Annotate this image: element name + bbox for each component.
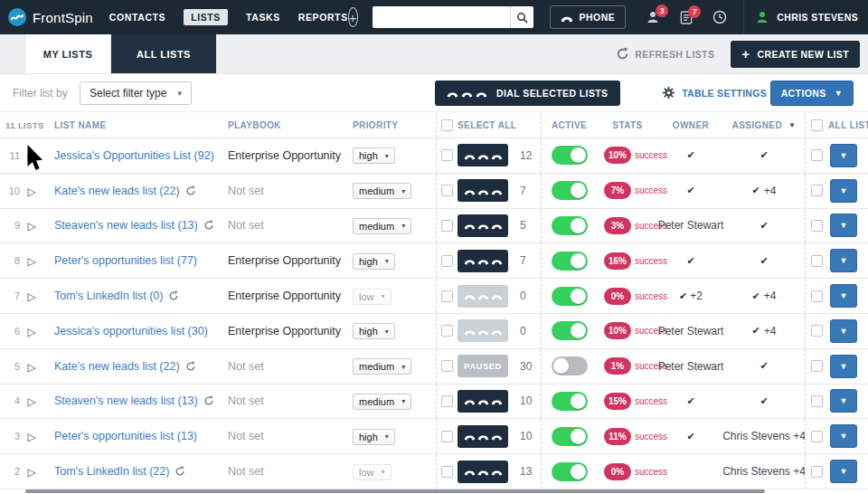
row-actions-button[interactable]: ▼	[830, 355, 857, 378]
list-name-link[interactable]: Steaven's new leads list (13)	[54, 394, 198, 407]
col-playbook[interactable]: PLAYBOOK	[228, 120, 351, 130]
list-name-link[interactable]: Kate's new leads list (22)	[54, 185, 180, 197]
dial-button[interactable]	[458, 285, 508, 308]
active-toggle[interactable]	[552, 287, 588, 306]
row-checkbox[interactable]	[441, 395, 453, 407]
nav-contacts[interactable]: CONTACTS	[109, 12, 165, 23]
col-assigned[interactable]: ASSIGNED ▼	[723, 120, 805, 130]
priority-select[interactable]: medium ▾	[353, 218, 411, 234]
row-checkbox[interactable]	[441, 431, 453, 442]
row-checkbox-right[interactable]	[811, 220, 823, 232]
priority-select[interactable]: low ▾	[353, 464, 392, 480]
select-all-checkbox[interactable]	[441, 119, 453, 131]
row-checkbox-right[interactable]	[811, 149, 823, 161]
row-expander[interactable]: ▷	[20, 147, 43, 164]
list-name-link[interactable]: Tom's LinkedIn list (0)	[54, 290, 163, 302]
row-checkbox[interactable]	[441, 325, 453, 337]
dial-button[interactable]	[458, 214, 508, 237]
add-button[interactable]: +	[348, 7, 358, 27]
create-new-list-button[interactable]: + CREATE NEW LIST	[731, 41, 860, 68]
list-name-link[interactable]: Peter's opportunities list (13)	[54, 430, 197, 442]
row-actions-button[interactable]: ▼	[830, 424, 857, 448]
dial-button[interactable]: PAUSED	[458, 355, 508, 377]
row-checkbox-right[interactable]	[811, 325, 823, 337]
tab-all-lists[interactable]: ALL LISTS	[111, 34, 216, 73]
active-toggle[interactable]	[552, 427, 588, 446]
priority-select[interactable]: medium ▾	[353, 394, 411, 410]
row-actions-button[interactable]: ▼	[830, 144, 857, 167]
priority-select[interactable]: high ▾	[353, 147, 395, 164]
col-list-name[interactable]: LIST NAME	[43, 120, 228, 130]
row-expander[interactable]: ▷	[20, 323, 43, 339]
active-toggle[interactable]	[552, 216, 588, 235]
refresh-lists-button[interactable]: REFRESH LISTS	[616, 47, 714, 61]
active-toggle[interactable]	[552, 181, 588, 200]
horizontal-scrollbar[interactable]	[25, 489, 765, 493]
row-actions-button[interactable]: ▼	[830, 460, 857, 483]
list-name-link[interactable]: Tom's LinkedIn list (22)	[54, 465, 169, 478]
priority-select[interactable]: high ▾	[353, 429, 395, 445]
priority-select[interactable]: high ▾	[353, 323, 395, 339]
row-actions-button[interactable]: ▼	[830, 389, 857, 413]
priority-select[interactable]: low ▾	[353, 289, 392, 305]
row-actions-button[interactable]: ▼	[830, 179, 857, 203]
table-settings-button[interactable]: TABLE SETTINGS	[662, 86, 767, 100]
row-expander[interactable]: ▷	[20, 183, 43, 199]
history-clock-icon[interactable]	[712, 10, 727, 24]
row-checkbox-right[interactable]	[811, 255, 823, 267]
row-actions-button[interactable]: ▼	[830, 249, 857, 272]
row-checkbox-right[interactable]	[811, 360, 823, 372]
row-expander[interactable]: ▷	[20, 288, 43, 304]
row-checkbox[interactable]	[441, 220, 453, 232]
row-checkbox-right[interactable]	[811, 185, 823, 196]
col-owner[interactable]: OWNER	[658, 120, 723, 130]
nav-tasks[interactable]: TASKS	[246, 12, 280, 23]
dial-button[interactable]	[458, 425, 508, 448]
col-active[interactable]: ACTIVE	[541, 112, 597, 138]
priority-select[interactable]: medium ▾	[353, 183, 411, 199]
list-name-link[interactable]: Jessica's Opportunities List (92)	[54, 149, 214, 162]
row-checkbox[interactable]	[441, 466, 453, 478]
row-actions-button[interactable]: ▼	[830, 319, 857, 343]
row-checkbox[interactable]	[441, 360, 453, 372]
active-toggle[interactable]	[552, 321, 588, 340]
row-expander[interactable]: ▷	[20, 217, 43, 233]
active-toggle[interactable]	[552, 462, 588, 481]
row-actions-button[interactable]: ▼	[830, 284, 857, 308]
active-toggle[interactable]	[552, 146, 588, 165]
list-name-link[interactable]: Peter's opportunities list (77)	[54, 254, 197, 267]
dial-button[interactable]	[458, 461, 508, 483]
dial-button[interactable]	[458, 319, 508, 342]
tab-my-lists[interactable]: MY LISTS	[26, 34, 109, 73]
row-expander[interactable]: ▷	[20, 358, 43, 375]
list-name-link[interactable]: Kate's new leads list (22)	[54, 360, 180, 373]
row-checkbox-right[interactable]	[811, 431, 823, 442]
actions-button[interactable]: ACTIONS ▼	[770, 81, 854, 106]
priority-select[interactable]: medium ▾	[353, 358, 411, 375]
row-checkbox-right[interactable]	[811, 466, 823, 478]
user-menu[interactable]: CHRIS STEVENS ▼	[743, 0, 868, 34]
nav-reports[interactable]: REPORTS	[298, 12, 348, 23]
row-actions-button[interactable]: ▼	[830, 214, 857, 237]
row-checkbox[interactable]	[441, 185, 453, 196]
search-button[interactable]	[510, 6, 533, 28]
row-expander[interactable]: ▷	[20, 252, 43, 269]
row-expander[interactable]: ▷	[20, 428, 43, 444]
row-checkbox-right[interactable]	[811, 290, 823, 302]
row-expander[interactable]: ▷	[20, 463, 43, 480]
active-toggle[interactable]	[552, 392, 588, 411]
dial-button[interactable]	[458, 144, 508, 166]
dial-button[interactable]	[458, 179, 508, 202]
dial-selected-lists-button[interactable]: DIAL SELECTED LISTS	[435, 81, 620, 106]
active-toggle[interactable]	[552, 356, 588, 375]
search-input[interactable]	[373, 6, 510, 28]
priority-select[interactable]: high ▾	[353, 253, 395, 270]
dial-button[interactable]	[458, 250, 508, 272]
list-name-link[interactable]: Jessica's opportunities list (30)	[54, 325, 208, 337]
contacts-alert-icon[interactable]: 3	[646, 10, 660, 24]
col-stats[interactable]: STATS	[597, 120, 658, 130]
row-checkbox-right[interactable]	[811, 395, 823, 407]
tasks-alert-icon[interactable]: 7	[680, 11, 693, 24]
all-lists-checkbox[interactable]	[811, 119, 823, 131]
col-priority[interactable]: PRIORITY	[351, 120, 436, 130]
